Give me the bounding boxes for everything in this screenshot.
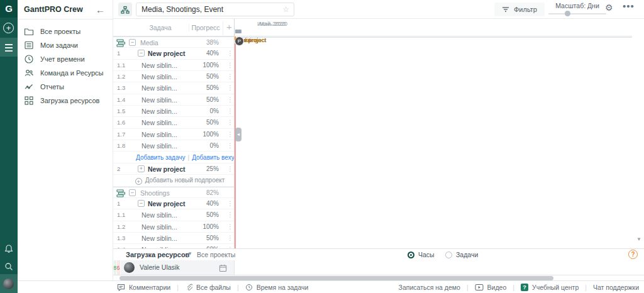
toolbar-item-help-green[interactable]: ?Учебный центр — [521, 284, 579, 291]
table-row[interactable]: 1.6New siblin...50%⋮ — [113, 117, 234, 128]
task-name[interactable]: New siblin... — [142, 221, 177, 233]
scrollbar-handle[interactable] — [119, 276, 553, 280]
add-subproject-link[interactable]: +Добавить новый подпроект — [128, 175, 231, 186]
expand-icon[interactable]: + — [138, 165, 145, 172]
row-menu-icon[interactable]: ⋮ — [227, 48, 233, 59]
add-task-link[interactable]: Добавить задачу — [136, 154, 186, 161]
row-menu-icon[interactable]: ⋮ — [227, 117, 233, 128]
table-row[interactable]: 2+New project25%⋮ — [113, 163, 234, 175]
sidebar-item-workload[interactable]: Загрузка ресурсов — [18, 94, 113, 108]
sidebar-item-reports[interactable]: Отчеты — [18, 80, 113, 94]
user-avatar-area[interactable] — [0, 274, 18, 293]
task-name[interactable]: New siblin... — [142, 233, 177, 244]
row-menu-icon[interactable]: ⋮ — [227, 82, 233, 94]
collapse-icon[interactable]: − — [129, 39, 136, 46]
toolbar-item-clock2[interactable]: Время на задачи — [245, 284, 309, 291]
row-menu-icon[interactable]: ⋮ — [227, 244, 233, 248]
row-menu-icon[interactable]: ⋮ — [227, 129, 233, 140]
task-name[interactable]: New siblin... — [142, 94, 177, 106]
toolbar-item-right-0[interactable]: Записаться на демо — [399, 284, 460, 291]
table-row[interactable]: 1.3New siblin...50%⋮ — [113, 233, 234, 244]
table-row[interactable]: 1.8New siblin...0%⋮ — [113, 140, 234, 152]
task-name[interactable]: New siblin... — [142, 82, 177, 94]
radio-hours[interactable]: Часы — [408, 251, 435, 258]
table-row[interactable]: Добавить задачу|Добавить веху — [113, 152, 234, 163]
task-name[interactable]: New siblin... — [142, 60, 177, 71]
help-icon[interactable]: ? — [628, 250, 638, 259]
toolbar-item-clip[interactable]: Все файлы — [185, 283, 231, 291]
table-row[interactable]: 1.1New siblin...100%⋮ — [113, 60, 234, 71]
table-row[interactable]: +Добавить новый подпроект — [113, 175, 234, 186]
scale-slider[interactable] — [548, 13, 606, 14]
zoom-scale-control[interactable]: Масштаб: Дни — [548, 2, 606, 14]
task-name[interactable]: New siblin... — [142, 117, 177, 128]
task-name[interactable]: New siblin... — [142, 244, 177, 248]
notifications-bell-icon[interactable] — [4, 244, 14, 254]
sidebar-item-folder[interactable]: Все проекты — [18, 25, 113, 38]
row-menu-icon[interactable]: ⋮ — [227, 140, 233, 152]
table-row[interactable]: 1.2New siblin...100%⋮ — [113, 221, 234, 233]
filter-button[interactable]: Фильтр — [494, 3, 545, 16]
sidebar-item-tasks[interactable]: Мои задачи — [18, 38, 113, 52]
table-row[interactable]: −Media38% — [113, 36, 234, 48]
workload-title[interactable]: Загрузка ресурсов — [126, 251, 189, 258]
row-menu-icon[interactable]: ⋮ — [227, 106, 233, 117]
add-milestone-link[interactable]: Добавить веху — [192, 154, 235, 161]
table-row[interactable]: 1−New project40%⋮ — [113, 198, 234, 209]
task-name[interactable]: New siblin... — [142, 129, 177, 140]
task-name[interactable]: New siblin... — [142, 106, 177, 117]
project-structure-icon[interactable] — [118, 3, 132, 16]
table-row[interactable]: 1.7New siblin...100%⋮ — [113, 129, 234, 140]
task-name[interactable]: New siblin... — [142, 209, 177, 221]
row-menu-icon[interactable]: ⋮ — [227, 209, 233, 221]
gantt-scroll-nub[interactable]: ◂ — [235, 128, 242, 141]
column-header-progress[interactable]: Прогресс — [189, 24, 222, 31]
row-menu-icon[interactable]: ⋮ — [227, 163, 233, 175]
chevron-down-icon[interactable]: ▼ — [187, 251, 192, 257]
table-row[interactable]: 1.4New siblin...60%⋮ — [113, 244, 234, 248]
column-header-task[interactable]: Задача — [132, 24, 189, 31]
task-name[interactable]: New siblin... — [142, 140, 177, 152]
workload-project-filter[interactable]: Все проекты — [197, 251, 235, 258]
row-menu-icon[interactable]: ⋮ — [227, 233, 233, 244]
table-row[interactable]: 1.2New siblin...50%⋮ — [113, 71, 234, 82]
row-menu-icon[interactable]: ⋮ — [227, 71, 233, 82]
collapse-panel-icon[interactable]: ← — [96, 4, 113, 15]
task-name[interactable]: New siblin... — [142, 71, 177, 82]
scroll-down-icon[interactable]: ▼ — [636, 236, 641, 242]
project-title-input[interactable]: Media, Shootings, Event ☆ — [136, 3, 294, 16]
task-name[interactable]: New project — [148, 48, 186, 59]
table-row[interactable]: −Shootings82% — [113, 187, 234, 198]
hamburger-menu-icon[interactable] — [0, 38, 18, 57]
scale-slider-handle[interactable] — [565, 11, 570, 16]
search-icon[interactable] — [4, 262, 14, 272]
sidebar-item-clock[interactable]: Учет времени — [18, 52, 113, 66]
toolbar-item-right-3[interactable]: Чат поддержки — [593, 284, 639, 291]
collapse-icon[interactable]: − — [138, 200, 145, 207]
collapse-icon[interactable]: − — [138, 50, 145, 57]
task-name[interactable]: New project — [148, 163, 186, 175]
collapse-icon[interactable]: − — [129, 189, 136, 196]
table-row[interactable]: 1.3New siblin...50%⋮ — [113, 82, 234, 94]
table-row[interactable]: 1.5New siblin...0%⋮ — [113, 106, 234, 117]
toolbar-item-video[interactable]: Видео — [475, 284, 507, 291]
add-column-button[interactable]: + — [223, 21, 235, 36]
gantt-body[interactable]: MediaNew projectN...PNew sibling taskHCN… — [235, 36, 632, 248]
create-new-button[interactable]: + — [3, 23, 14, 33]
toolbar-item-comment[interactable]: Комментарии — [117, 284, 170, 291]
table-row[interactable]: 1−New project40%⋮ — [113, 48, 234, 59]
table-row[interactable]: 1.1New siblin...50%⋮ — [113, 209, 234, 221]
resource-row[interactable]: ▼ Valerie Ulasik 08881616161600088888888… — [113, 260, 644, 275]
more-options-icon[interactable]: ••• — [623, 1, 635, 11]
radio-tasks[interactable]: Задачи — [445, 251, 478, 258]
table-row[interactable]: 1.4New siblin...50%⋮ — [113, 94, 234, 106]
row-menu-icon[interactable]: ⋮ — [227, 60, 233, 71]
row-menu-icon[interactable]: ⋮ — [227, 198, 233, 209]
calendar-icon[interactable] — [219, 263, 227, 275]
sidebar-item-team[interactable]: Команда и Ресурсы — [18, 66, 113, 80]
settings-gear-icon[interactable]: ⚙ — [605, 3, 613, 13]
task-name[interactable]: New project — [148, 198, 186, 209]
row-menu-icon[interactable]: ⋮ — [227, 221, 233, 233]
favorite-star-icon[interactable]: ☆ — [282, 5, 294, 14]
row-menu-icon[interactable]: ⋮ — [227, 94, 233, 106]
